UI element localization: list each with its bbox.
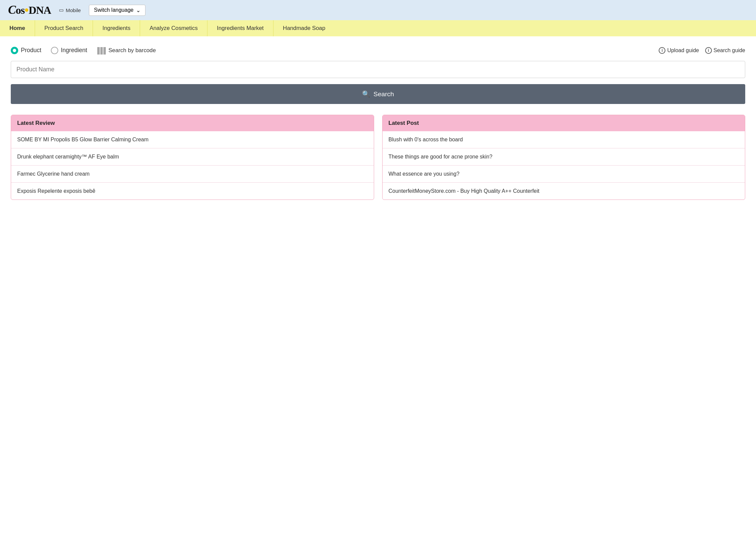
upload-guide-label: Upload guide [667,47,699,54]
nav-label-ingredients-market: Ingredients Market [217,25,264,32]
search-input[interactable] [17,66,739,73]
ingredient-radio-label: Ingredient [61,47,87,54]
search-button[interactable]: 🔍 Search [11,84,745,104]
latest-review-panel: Latest Review SOME BY MI Propolis B5 Glo… [11,115,374,200]
ingredient-radio-circle [51,47,58,54]
two-column-layout: Latest Review SOME BY MI Propolis B5 Glo… [0,115,756,211]
search-button-label: Search [373,91,394,98]
search-section: Product Ingredient ‖‖‖ Search by barcode… [0,36,756,104]
nav-item-ingredients-market[interactable]: Ingredients Market [207,20,273,36]
latest-review-body: SOME BY MI Propolis B5 Glow Barrier Calm… [11,131,374,200]
nav-label-analyze-cosmetics: Analyze Cosmetics [150,25,198,32]
list-item[interactable]: Blush with 0's across the board [383,131,745,148]
mobile-button[interactable]: ▭ Mobile [59,7,81,13]
nav-label-handmade-soap: Handmade Soap [283,25,325,32]
search-icon: 🔍 [362,90,370,98]
nav-label-ingredients: Ingredients [102,25,130,32]
chevron-down-icon: ⌄ [136,7,140,13]
list-item[interactable]: What essence are you using? [383,166,745,183]
search-guide-label: Search guide [714,47,745,54]
latest-review-header: Latest Review [11,115,374,131]
list-item[interactable]: SOME BY MI Propolis B5 Glow Barrier Calm… [11,131,374,148]
nav-item-home[interactable]: Home [0,20,35,36]
guide-links: i Upload guide i Search guide [659,47,745,54]
search-options: Product Ingredient ‖‖‖ Search by barcode… [11,46,745,55]
nav-label-home: Home [9,25,25,32]
barcode-option[interactable]: ‖‖‖ Search by barcode [97,46,156,55]
latest-post-panel: Latest Post Blush with 0's across the bo… [382,115,746,200]
logo-dna: DNA [29,4,51,16]
product-radio-label: Product [21,47,41,54]
product-radio-circle [11,47,18,54]
list-item[interactable]: Exposis Repelente exposis bebê [11,183,374,200]
product-radio[interactable]: Product [11,47,41,54]
barcode-icon: ‖‖‖ [97,46,106,55]
info-icon-search: i [705,47,712,54]
language-switcher[interactable]: Switch language ⌄ [89,5,145,16]
mobile-icon: ▭ [59,7,64,13]
mobile-label: Mobile [66,7,81,13]
nav-item-handmade-soap[interactable]: Handmade Soap [273,20,335,36]
nav-item-analyze-cosmetics[interactable]: Analyze Cosmetics [140,20,207,36]
list-item[interactable]: CounterfeitMoneyStore.com - Buy High Qua… [383,183,745,200]
search-guide-link[interactable]: i Search guide [705,47,745,54]
ingredient-radio[interactable]: Ingredient [51,47,87,54]
language-label: Switch language [94,7,133,13]
latest-post-header: Latest Post [383,115,745,131]
nav-item-product-search[interactable]: Product Search [35,20,93,36]
nav-label-product-search: Product Search [44,25,84,32]
list-item[interactable]: Farmec Glycerine hand cream [11,166,374,183]
logo-c: C [8,3,15,17]
logo[interactable]: CosDNA [8,3,51,17]
barcode-label: Search by barcode [108,47,156,54]
logo-os: os [15,4,24,16]
search-input-wrap[interactable] [11,61,745,78]
latest-post-title: Latest Post [389,120,419,126]
upload-guide-link[interactable]: i Upload guide [659,47,699,54]
list-item[interactable]: These things are good for acne prone ski… [383,148,745,166]
nav-bar: Home Product Search Ingredients Analyze … [0,20,756,36]
list-item[interactable]: Drunk elephant ceramighty™ AF Eye balm [11,148,374,166]
logo-dot [25,8,28,12]
latest-post-body: Blush with 0's across the board These th… [383,131,745,200]
latest-review-title: Latest Review [17,120,55,126]
nav-item-ingredients[interactable]: Ingredients [93,20,140,36]
info-icon-upload: i [659,47,665,54]
top-bar: CosDNA ▭ Mobile Switch language ⌄ [0,0,756,20]
